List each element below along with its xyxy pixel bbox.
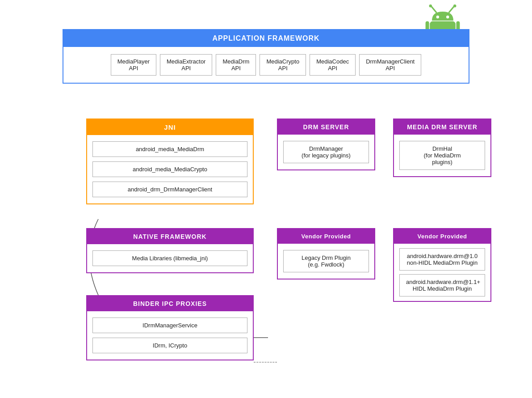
jni-item-media-drm: android_media_MediaDrm xyxy=(92,141,247,157)
api-drm-manager-client: DrmManagerClientAPI xyxy=(359,54,421,76)
svg-point-5 xyxy=(429,4,432,7)
api-media-player: MediaPlayerAPI xyxy=(111,54,156,76)
vendor-left-header: Vendor Provided xyxy=(278,229,374,244)
vendor-right-item-2: android.hardware.drm@1.1+HIDL MediaDrm P… xyxy=(399,274,485,296)
vendor-left-section: Vendor Provided Legacy Drm Plugin(e.g. F… xyxy=(277,228,375,279)
vendor-left-item: Legacy Drm Plugin(e.g. Fwdlock) xyxy=(283,250,369,272)
app-framework-section: APPLICATION FRAMEWORK MediaPlayerAPI Med… xyxy=(63,29,469,84)
media-drm-server-section: MEDIA DRM SERVER DrmHal(for MediaDrmplug… xyxy=(393,119,491,177)
svg-line-6 xyxy=(449,6,454,13)
svg-point-8 xyxy=(436,16,439,18)
jni-section: JNI android_media_MediaDrm android_media… xyxy=(86,119,254,204)
api-media-crypto: MediaCryptoAPI xyxy=(260,54,306,76)
svg-line-4 xyxy=(431,6,436,13)
binder-ipc-header: BINDER IPC PROXIES xyxy=(87,296,253,311)
jni-item-drm-manager: android_drm_DrmManagerClient xyxy=(92,182,247,197)
drm-server-section: DRM SERVER DrmManager(for legacy plugins… xyxy=(277,119,375,170)
binder-ipc-section: BINDER IPC PROXIES IDrmManagerService ID… xyxy=(86,295,254,360)
api-media-codec: MediaCodecAPI xyxy=(310,54,356,76)
jni-header: JNI xyxy=(87,119,253,135)
svg-point-9 xyxy=(446,16,449,18)
vendor-right-section: Vendor Provided android.hardware.drm@1.0… xyxy=(393,228,491,302)
native-framework-item: Media Libraries (libmedia_jni) xyxy=(92,250,247,266)
native-framework-section: NATIVE FRAMEWORK Media Libraries (libmed… xyxy=(86,228,254,273)
vendor-left-body: Legacy Drm Plugin(e.g. Fwdlock) xyxy=(278,244,374,279)
native-framework-header: NATIVE FRAMEWORK xyxy=(87,229,253,244)
api-media-drm: MediaDrmAPI xyxy=(216,54,256,76)
media-drm-server-body: DrmHal(for MediaDrmplugins) xyxy=(394,135,490,176)
drm-server-header: DRM SERVER xyxy=(278,119,374,135)
binder-ipc-item-1: IDrmManagerService xyxy=(92,318,247,333)
media-drm-server-item: DrmHal(for MediaDrmplugins) xyxy=(399,141,485,170)
media-drm-server-header: MEDIA DRM SERVER xyxy=(394,119,490,135)
binder-ipc-item-2: IDrm, ICrypto xyxy=(92,338,247,353)
app-framework-header: APPLICATION FRAMEWORK xyxy=(63,30,469,47)
app-framework-body: MediaPlayerAPI MediaExtractorAPI MediaDr… xyxy=(63,47,469,83)
vendor-right-header: Vendor Provided xyxy=(394,229,490,244)
drm-server-body: DrmManager(for legacy plugins) xyxy=(278,135,374,169)
svg-point-7 xyxy=(453,4,456,7)
drm-server-item: DrmManager(for legacy plugins) xyxy=(283,141,369,163)
jni-body: android_media_MediaDrm android_media_Med… xyxy=(87,135,253,203)
binder-ipc-body: IDrmManagerService IDrm, ICrypto xyxy=(87,311,253,360)
native-framework-body: Media Libraries (libmedia_jni) xyxy=(87,244,253,272)
vendor-right-body: android.hardware.drm@1.0non-HIDL MediaDr… xyxy=(394,244,490,301)
diagram-wrapper: APPLICATION FRAMEWORK MediaPlayerAPI Med… xyxy=(0,0,532,398)
jni-item-media-crypto: android_media_MediaCrypto xyxy=(92,161,247,177)
api-media-extractor: MediaExtractorAPI xyxy=(160,54,212,76)
vendor-right-item-1: android.hardware.drm@1.0non-HIDL MediaDr… xyxy=(399,248,485,271)
